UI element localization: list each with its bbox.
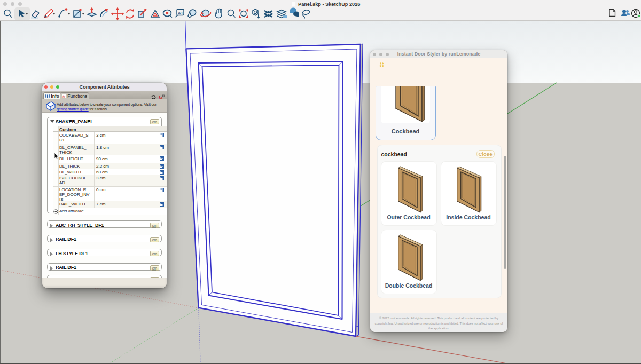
svg-text:A1: A1 [178,11,183,15]
svg-text:fx: fx [62,94,65,98]
